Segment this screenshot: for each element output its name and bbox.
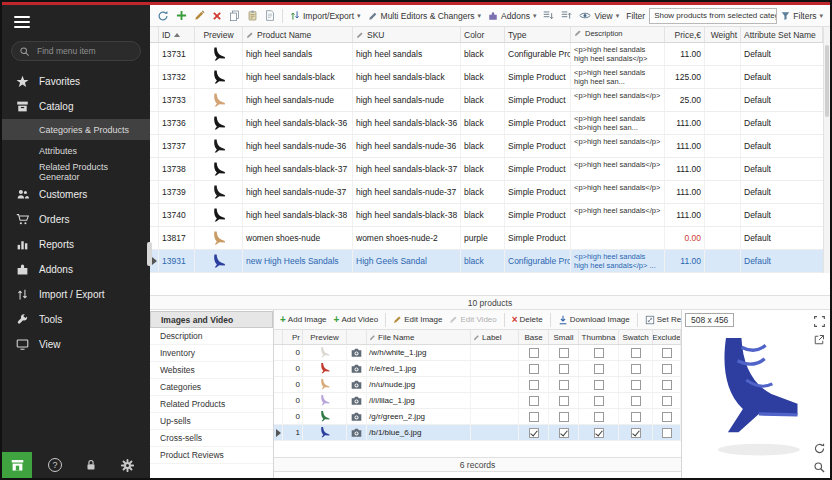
checkbox[interactable]: [662, 396, 672, 406]
column-header-thumbnail[interactable]: Thumbna: [579, 330, 619, 344]
add-image-button[interactable]: +Add Image: [277, 311, 330, 329]
column-header-product-name[interactable]: Product Name: [243, 27, 353, 42]
media-row[interactable]: 0 /w/h/white_1.jpg: [274, 345, 681, 361]
checkbox[interactable]: [631, 380, 641, 390]
column-header-description[interactable]: Description: [571, 27, 665, 42]
column-header-attribute-set[interactable]: Attribute Set Name: [741, 27, 823, 42]
scrollbar-thumb[interactable]: [825, 45, 829, 117]
sidebar-item-tools[interactable]: Tools: [2, 307, 150, 332]
expand-all-button[interactable]: [540, 6, 557, 26]
checkbox[interactable]: [594, 428, 604, 438]
tab-images-and-video[interactable]: Images and Video: [150, 311, 273, 328]
media-row[interactable]: 0 /g/r/green_2.jpg: [274, 409, 681, 425]
sidebar-item-reports[interactable]: Reports: [2, 232, 150, 257]
store-button[interactable]: [2, 452, 32, 478]
column-header-swatch[interactable]: Swatch: [619, 330, 653, 344]
edit-image-button[interactable]: Edit Image: [390, 311, 445, 329]
checkbox[interactable]: [529, 396, 539, 406]
vertical-scrollbar[interactable]: [823, 27, 830, 273]
checkbox[interactable]: [559, 364, 569, 374]
settings-button[interactable]: [114, 454, 140, 476]
checkbox[interactable]: [529, 348, 539, 358]
tab-categories[interactable]: Categories: [150, 379, 273, 396]
download-image-button[interactable]: Download Image: [555, 311, 633, 329]
checkbox[interactable]: [631, 428, 641, 438]
media-row[interactable]: 0 /r/e/red_1.jpg: [274, 361, 681, 377]
zoom-button[interactable]: [811, 459, 827, 475]
column-header-label[interactable]: Label: [471, 330, 519, 344]
checkbox[interactable]: [662, 348, 672, 358]
checkbox[interactable]: [594, 348, 604, 358]
panel-splitter-handle[interactable]: [147, 242, 152, 266]
checkbox[interactable]: [529, 412, 539, 422]
add-video-button[interactable]: +Add Video: [331, 311, 382, 329]
import-export-menu[interactable]: Import/Export▾: [287, 6, 364, 26]
checkbox[interactable]: [559, 428, 569, 438]
column-header-file-name[interactable]: File Name: [367, 330, 471, 344]
checkbox[interactable]: [594, 412, 604, 422]
checkbox[interactable]: [631, 348, 641, 358]
product-row[interactable]: 13740 high heel sandals-black-38 high he…: [150, 204, 830, 227]
delete-product-button[interactable]: [209, 6, 225, 26]
checkbox[interactable]: [631, 364, 641, 374]
tab-websites[interactable]: Websites: [150, 362, 273, 379]
view-menu[interactable]: View▾: [576, 6, 622, 26]
column-header-sku[interactable]: SKU: [353, 27, 461, 42]
sidebar-item-favorites[interactable]: Favorites: [2, 69, 150, 94]
set-resize-rule-button[interactable]: Set Resize Rule: [642, 311, 681, 329]
copy-button[interactable]: [226, 6, 243, 26]
column-header-base[interactable]: Base: [519, 330, 549, 344]
rotate-button[interactable]: [811, 440, 827, 456]
tab-description[interactable]: Description: [150, 328, 273, 345]
checkbox[interactable]: [559, 380, 569, 390]
multi-editors-menu[interactable]: Multi Editors & Changers▾: [365, 6, 485, 26]
product-row[interactable]: 13931 new High Heels Sandals High Geels …: [150, 250, 830, 273]
product-row[interactable]: 13737 high heel sandals-nude-36 high hee…: [150, 135, 830, 158]
add-product-button[interactable]: [173, 6, 190, 26]
edit-product-button[interactable]: [191, 6, 208, 26]
column-header-small[interactable]: Small: [549, 330, 579, 344]
checkbox[interactable]: [631, 396, 641, 406]
column-header-id[interactable]: ID: [159, 27, 195, 42]
sidebar-item-attributes[interactable]: Attributes: [2, 140, 150, 161]
product-row[interactable]: 13739 high heel sandals-nude-37 high hee…: [150, 181, 830, 204]
paste-button[interactable]: [244, 6, 261, 26]
column-header-color[interactable]: Color: [461, 27, 505, 42]
menu-icon[interactable]: [2, 5, 150, 37]
checkbox[interactable]: [559, 348, 569, 358]
delete-image-button[interactable]: ×Delete: [509, 311, 546, 329]
refresh-button[interactable]: [154, 6, 172, 26]
tab-inventory[interactable]: Inventory: [150, 345, 273, 362]
product-row[interactable]: 13738 high heel sandals-black-37 high he…: [150, 158, 830, 181]
column-header-type[interactable]: Type: [505, 27, 571, 42]
edit-video-button[interactable]: Edit Video: [446, 311, 499, 329]
checkbox[interactable]: [662, 412, 672, 422]
product-row[interactable]: 13817 women shoes-nude women shoes-nude-…: [150, 227, 830, 250]
checkbox[interactable]: [594, 380, 604, 390]
collapse-all-button[interactable]: [558, 6, 575, 26]
sidebar-item-customers[interactable]: Customers: [2, 182, 150, 207]
media-row[interactable]: 0 /n/u/nude.jpg: [274, 377, 681, 393]
checkbox[interactable]: [594, 364, 604, 374]
tab-product-reviews[interactable]: Product Reviews: [150, 447, 273, 464]
checkbox[interactable]: [529, 364, 539, 374]
sidebar-item-addons[interactable]: Addons: [2, 257, 150, 282]
sidebar-item-orders[interactable]: Orders: [2, 207, 150, 232]
column-header-preview[interactable]: Preview: [195, 27, 243, 42]
sidebar-item-categories-products[interactable]: Categories & Products: [2, 119, 150, 140]
checkbox[interactable]: [662, 428, 672, 438]
media-row[interactable]: 0 /l/i/lilac_1.jpg: [274, 393, 681, 409]
media-row[interactable]: 1 /b/1/blue_6.jpg: [274, 425, 681, 441]
checkbox[interactable]: [662, 380, 672, 390]
sidebar-item-view[interactable]: View: [2, 332, 150, 357]
checkbox[interactable]: [662, 364, 672, 374]
tab-cross-sells[interactable]: Cross-sells: [150, 430, 273, 447]
product-row[interactable]: 13731 high heel sandals high heel sandal…: [150, 43, 830, 66]
checkbox[interactable]: [529, 380, 539, 390]
menu-search-input[interactable]: [35, 45, 133, 57]
column-header-price[interactable]: Price,€: [665, 27, 705, 42]
checkbox[interactable]: [594, 396, 604, 406]
sidebar-item-related-products-generator[interactable]: Related Products Generator: [2, 161, 150, 182]
checkbox[interactable]: [529, 428, 539, 438]
column-header-weight[interactable]: Weight: [705, 27, 741, 42]
